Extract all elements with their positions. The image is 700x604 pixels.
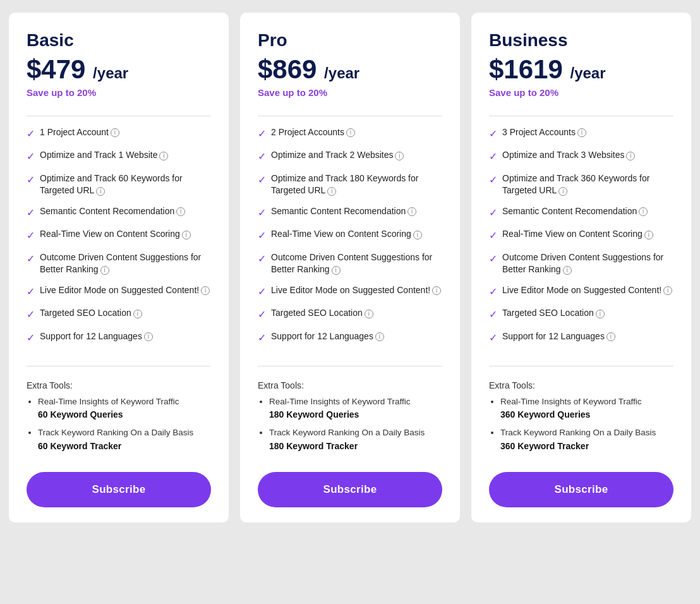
check-icon: ✓	[27, 173, 35, 187]
info-icon[interactable]: i	[606, 332, 615, 341]
feature-item: ✓Targeted SEO Locationi	[27, 307, 211, 322]
check-icon: ✓	[489, 206, 497, 220]
extra-tools-label: Extra Tools:	[258, 380, 442, 390]
subscribe-button-basic[interactable]: Subscribe	[27, 472, 211, 507]
info-icon[interactable]: i	[159, 152, 168, 160]
divider-bottom	[489, 366, 673, 366]
feature-item: ✓Targeted SEO Locationi	[489, 307, 673, 322]
info-icon[interactable]: i	[327, 187, 336, 196]
info-icon[interactable]: i	[558, 187, 567, 196]
plan-price-pro: $869 /year	[258, 54, 442, 85]
extra-tool-bold: 360 Keyword Queries	[500, 408, 673, 421]
subscribe-wrap-pro: Subscribe	[258, 458, 442, 507]
info-icon[interactable]: i	[563, 266, 572, 275]
pricing-container: Basic$479 /yearSave up to 20%✓1 Project …	[9, 13, 691, 522]
info-icon[interactable]: i	[596, 310, 605, 318]
check-icon: ✓	[27, 229, 35, 243]
extra-tool-bold: 180 Keyword Tracker	[269, 440, 442, 453]
feature-text: Live Editor Mode on Suggested Content!i	[502, 284, 672, 297]
feature-item: ✓Optimize and Track 2 Websitesi	[258, 149, 442, 164]
feature-text: Optimize and Track 3 Websitesi	[502, 149, 635, 162]
feature-text: Optimize and Track 2 Websitesi	[271, 149, 404, 162]
plan-name-business: Business	[489, 30, 673, 51]
extra-tools-basic: Extra Tools:Real-Time Insights of Keywor…	[27, 380, 211, 458]
plan-save-business: Save up to 20%	[489, 87, 673, 98]
info-icon[interactable]: i	[626, 152, 635, 160]
divider-bottom	[258, 366, 442, 366]
info-icon[interactable]: i	[413, 231, 422, 239]
feature-text: Optimize and Track 180 Keywords for Targ…	[271, 172, 442, 197]
check-icon: ✓	[258, 252, 266, 266]
feature-text: Optimize and Track 60 Keywords for Targe…	[40, 172, 211, 197]
divider-top	[258, 116, 442, 116]
feature-item: ✓Outcome Driven Content Suggestions for …	[489, 251, 673, 276]
check-icon: ✓	[27, 331, 35, 345]
info-icon[interactable]: i	[663, 286, 672, 295]
extra-tool-item: Real-Time Insights of Keyword Traffic 36…	[500, 396, 673, 421]
info-icon[interactable]: i	[96, 187, 105, 196]
subscribe-button-pro[interactable]: Subscribe	[258, 472, 442, 507]
feature-text: Semantic Content Recomendationi	[40, 205, 185, 218]
info-icon[interactable]: i	[432, 286, 441, 295]
divider-top	[27, 116, 211, 116]
info-icon[interactable]: i	[176, 207, 185, 216]
check-icon: ✓	[258, 150, 266, 164]
info-icon[interactable]: i	[365, 310, 373, 318]
check-icon: ✓	[258, 173, 266, 187]
info-icon[interactable]: i	[407, 207, 416, 216]
extra-tools-label: Extra Tools:	[489, 380, 673, 390]
check-icon: ✓	[489, 252, 497, 266]
info-icon[interactable]: i	[144, 332, 153, 341]
info-icon[interactable]: i	[577, 128, 586, 137]
feature-item: ✓Support for 12 Languagesi	[258, 330, 442, 345]
feature-item: ✓Targeted SEO Locationi	[258, 307, 442, 322]
info-icon[interactable]: i	[332, 266, 341, 275]
info-icon[interactable]: i	[644, 231, 653, 239]
extra-tools-pro: Extra Tools:Real-Time Insights of Keywor…	[258, 380, 442, 458]
info-icon[interactable]: i	[201, 286, 210, 295]
feature-item: ✓Optimize and Track 60 Keywords for Targ…	[27, 172, 211, 197]
feature-item: ✓Outcome Driven Content Suggestions for …	[27, 251, 211, 276]
feature-text: Live Editor Mode on Suggested Content!i	[40, 284, 210, 297]
extra-tool-bold: 360 Keyword Tracker	[500, 440, 673, 453]
check-icon: ✓	[258, 127, 266, 141]
check-icon: ✓	[27, 206, 35, 220]
feature-item: ✓3 Project Accountsi	[489, 126, 673, 141]
feature-text: Outcome Driven Content Suggestions for B…	[271, 251, 442, 276]
info-icon[interactable]: i	[182, 231, 191, 239]
check-icon: ✓	[258, 206, 266, 220]
extra-tools-business: Extra Tools:Real-Time Insights of Keywor…	[489, 380, 673, 458]
subscribe-button-business[interactable]: Subscribe	[489, 472, 673, 507]
check-icon: ✓	[489, 331, 497, 345]
extra-tool-item: Track Keyword Ranking On a Daily Basis 6…	[38, 426, 211, 452]
extra-tools-list: Real-Time Insights of Keyword Traffic 18…	[258, 396, 442, 453]
info-icon[interactable]: i	[639, 207, 648, 216]
feature-text: Support for 12 Languagesi	[40, 330, 153, 343]
info-icon[interactable]: i	[133, 310, 142, 318]
info-icon[interactable]: i	[100, 266, 109, 275]
feature-item: ✓Support for 12 Languagesi	[27, 330, 211, 345]
feature-text: Outcome Driven Content Suggestions for B…	[502, 251, 673, 276]
check-icon: ✓	[489, 150, 497, 164]
extra-tool-bold: 60 Keyword Queries	[38, 408, 211, 421]
extra-tool-item: Track Keyword Ranking On a Daily Basis 3…	[500, 426, 673, 452]
plan-name-pro: Pro	[258, 30, 442, 51]
plan-price-business: $1619 /year	[489, 54, 673, 85]
feature-text: Targeted SEO Locationi	[502, 307, 605, 320]
info-icon[interactable]: i	[395, 152, 404, 160]
check-icon: ✓	[489, 229, 497, 243]
plan-card-basic: Basic$479 /yearSave up to 20%✓1 Project …	[9, 13, 229, 522]
info-icon[interactable]: i	[111, 128, 119, 137]
feature-text: Optimize and Track 1 Websitei	[40, 149, 168, 162]
check-icon: ✓	[489, 127, 497, 141]
info-icon[interactable]: i	[375, 332, 384, 341]
feature-text: 2 Project Accountsi	[271, 126, 355, 139]
extra-tools-list: Real-Time Insights of Keyword Traffic 60…	[27, 396, 211, 453]
features-list-basic: ✓1 Project Accounti✓Optimize and Track 1…	[27, 126, 211, 353]
feature-text: Optimize and Track 360 Keywords for Targ…	[502, 172, 673, 197]
info-icon[interactable]: i	[346, 128, 355, 137]
plan-save-pro: Save up to 20%	[258, 87, 442, 98]
check-icon: ✓	[489, 285, 497, 299]
check-icon: ✓	[27, 285, 35, 299]
check-icon: ✓	[489, 173, 497, 187]
